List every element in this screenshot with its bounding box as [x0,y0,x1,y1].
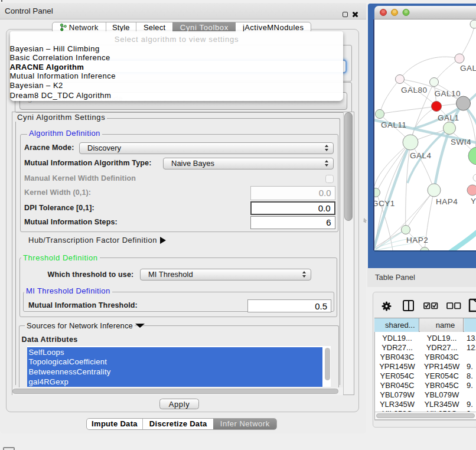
svg-text:GAL1: GAL1 [438,113,459,122]
svg-text:HAP2: HAP2 [406,236,428,244]
svg-text:GAL7: GAL7 [460,64,476,73]
svg-text:GCY1: GCY1 [374,199,395,208]
svg-text:GAL10: GAL10 [435,89,461,98]
svg-text:HAP4: HAP4 [436,197,458,206]
svg-text:GAL11: GAL11 [381,120,407,129]
svg-text:GAL80: GAL80 [401,86,428,94]
svg-text:GAL4: GAL4 [410,151,432,160]
svg-text:SWI4: SWI4 [451,138,471,146]
svg-text:Y: Y [471,197,476,206]
